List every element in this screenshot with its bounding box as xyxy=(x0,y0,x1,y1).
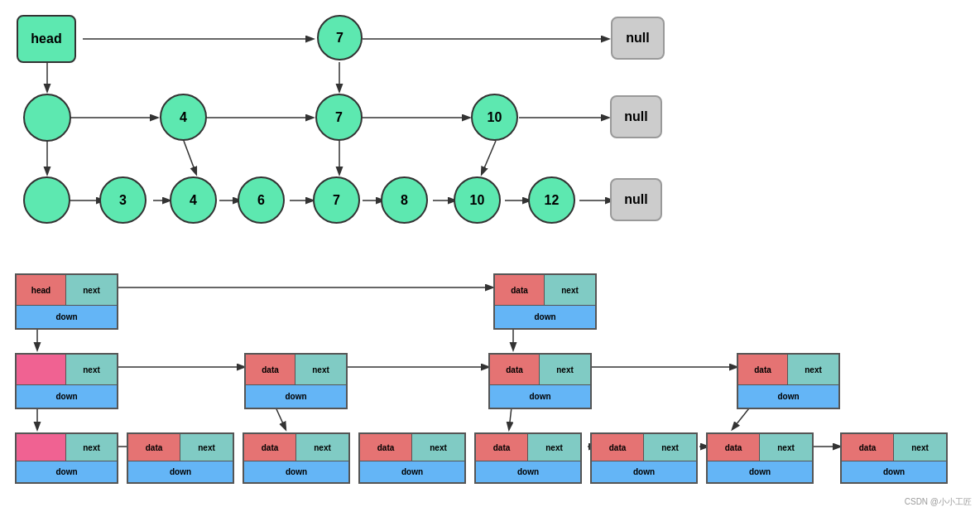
node-3: 3 xyxy=(99,176,147,224)
node-null1: null xyxy=(611,17,665,60)
node-4-label: 4 xyxy=(180,110,187,125)
b8-next-cell: next xyxy=(180,434,233,461)
node-7a-label: 7 xyxy=(336,31,343,46)
b2-next-cell: next xyxy=(545,275,595,305)
b10-down-cell: down xyxy=(360,461,464,482)
box-b13: data next down xyxy=(706,432,814,484)
box-b4: data next down xyxy=(244,353,348,409)
watermark: CSDN @小小工匠 xyxy=(905,496,972,508)
b1-next-cell: next xyxy=(66,275,117,305)
b14-data-cell: data xyxy=(842,434,894,461)
node-8: 8 xyxy=(381,176,428,224)
b10-next-cell: next xyxy=(412,434,464,461)
b2-down-cell: down xyxy=(495,305,595,328)
node-10-label: 10 xyxy=(488,110,502,125)
b13-data-cell: data xyxy=(708,434,760,461)
node-null3: null xyxy=(610,178,662,221)
node-null3-label: null xyxy=(624,192,647,207)
b8-down-cell: down xyxy=(128,461,233,482)
node-7a: 7 xyxy=(317,15,363,60)
box-b8: data next down xyxy=(127,432,234,484)
svg-line-19 xyxy=(482,141,496,174)
b4-down-cell: down xyxy=(246,384,346,408)
node-r2a xyxy=(23,94,71,142)
node-null2-label: null xyxy=(624,109,647,124)
node-null2: null xyxy=(610,95,662,138)
b3-down-cell: down xyxy=(17,384,117,408)
b9-next-cell: next xyxy=(296,434,348,461)
b11-data-cell: data xyxy=(476,434,528,461)
node-7c: 7 xyxy=(313,176,360,224)
box-b1: head next down xyxy=(15,273,118,330)
b3-empty-cell xyxy=(17,355,66,384)
node-7b-label: 7 xyxy=(335,110,343,125)
b4-data-cell: data xyxy=(246,355,295,384)
b1-down-cell: down xyxy=(17,305,117,328)
b13-next-cell: next xyxy=(760,434,812,461)
b7-empty-cell xyxy=(17,434,66,461)
b14-next-cell: next xyxy=(894,434,946,461)
b3-next-cell: next xyxy=(66,355,117,384)
node-10: 10 xyxy=(471,94,518,141)
b9-down-cell: down xyxy=(244,461,348,482)
node-4: 4 xyxy=(160,94,207,141)
box-b6: data next down xyxy=(737,353,840,409)
b6-data-cell: data xyxy=(738,355,788,384)
b11-down-cell: down xyxy=(476,461,580,482)
b6-down-cell: down xyxy=(738,384,838,408)
box-b7: next down xyxy=(15,432,118,484)
b4-next-cell: next xyxy=(295,355,346,384)
node-3-label: 3 xyxy=(119,193,127,208)
node-7b: 7 xyxy=(315,94,363,141)
b11-next-cell: next xyxy=(528,434,580,461)
b14-down-cell: down xyxy=(842,461,946,482)
b6-next-cell: next xyxy=(788,355,838,384)
box-b3: next down xyxy=(15,353,118,409)
node-10b-label: 10 xyxy=(470,193,485,208)
b10-data-cell: data xyxy=(360,434,412,461)
box-b12: data next down xyxy=(590,432,698,484)
b2-data-cell: data xyxy=(495,275,545,305)
b7-next-cell: next xyxy=(66,434,117,461)
b12-down-cell: down xyxy=(592,461,696,482)
node-10b: 10 xyxy=(454,176,501,224)
b8-data-cell: data xyxy=(128,434,180,461)
b1-head-cell: head xyxy=(17,275,66,305)
b9-data-cell: data xyxy=(244,434,296,461)
node-6: 6 xyxy=(238,176,285,224)
box-b10: data next down xyxy=(358,432,466,484)
b13-down-cell: down xyxy=(708,461,812,482)
b5-down-cell: down xyxy=(490,384,590,408)
box-b11: data next down xyxy=(474,432,582,484)
box-b9: data next down xyxy=(243,432,350,484)
node-6-label: 6 xyxy=(257,193,265,208)
canvas: head 7 null 4 7 10 null 3 4 6 7 8 10 12 … xyxy=(0,0,980,512)
b5-data-cell: data xyxy=(490,355,540,384)
b7-down-cell: down xyxy=(17,461,117,482)
node-12-label: 12 xyxy=(545,193,560,208)
node-head: head xyxy=(17,15,76,63)
node-12: 12 xyxy=(528,176,575,224)
b12-data-cell: data xyxy=(592,434,644,461)
node-4b-label: 4 xyxy=(190,193,197,208)
node-head-label: head xyxy=(31,31,61,46)
b12-next-cell: next xyxy=(644,434,696,461)
box-b14: data next down xyxy=(840,432,948,484)
box-b2: data next down xyxy=(493,273,597,330)
node-r3a xyxy=(23,176,70,224)
node-8-label: 8 xyxy=(401,193,408,208)
node-null1-label: null xyxy=(626,31,649,46)
node-7c-label: 7 xyxy=(333,193,340,208)
box-b5: data next down xyxy=(488,353,592,409)
b5-next-cell: next xyxy=(540,355,590,384)
node-4b: 4 xyxy=(170,176,217,224)
svg-line-18 xyxy=(184,141,196,174)
